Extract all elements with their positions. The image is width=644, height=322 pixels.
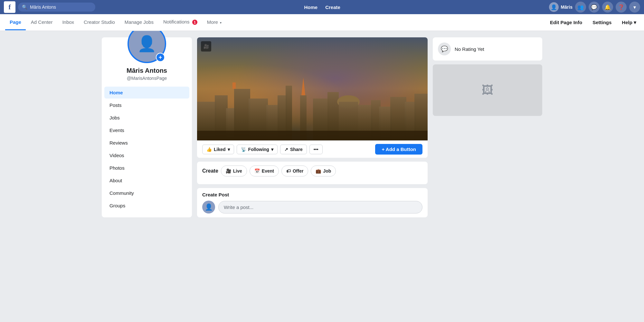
page-nav-tabs: Page Ad Center Inbox Creator Studio Mana… xyxy=(5,14,547,30)
right-sidebar: 💬 No Rating Yet 🖼 xyxy=(433,37,542,221)
avatar: 👤 xyxy=(549,2,559,12)
sidebar-item-reviews[interactable]: Reviews xyxy=(104,137,189,149)
create-label: Create xyxy=(202,168,218,174)
page-nav-actions: Edit Page Info Settings Help ▾ xyxy=(547,18,639,27)
tab-creator-studio[interactable]: Creator Studio xyxy=(79,15,119,30)
left-sidebar: 👤 + Māris Antons @MarisAntonsPage Home P… xyxy=(102,37,192,221)
rating-icon: 💬 xyxy=(438,43,451,55)
rating-label: No Rating Yet xyxy=(455,46,484,52)
sidebar-item-videos[interactable]: Videos xyxy=(104,149,189,161)
sidebar-item-community[interactable]: Community xyxy=(104,187,189,199)
action-bar: 👍 Liked ▾ 📡 Following ▾ ↗ Share ••• xyxy=(197,140,428,158)
help-icon: ❓ xyxy=(618,4,624,10)
speech-bubble-icon: 💬 xyxy=(441,45,448,52)
create-post-row: 👤 Write a post... xyxy=(202,201,422,213)
following-dropdown-icon: ▾ xyxy=(271,147,273,152)
tab-more[interactable]: More ▾ xyxy=(203,15,226,30)
nav-user-name: Māris xyxy=(561,5,573,10)
sidebar-item-jobs[interactable]: Jobs xyxy=(104,112,189,124)
top-navigation: f 🔍 Home Create 👤 Māris 👥 💬 🔔 ❓ ▾ xyxy=(0,0,644,14)
create-section: Create 🎥 Live 📅 Event 🏷 Offer 💼 Job xyxy=(197,162,428,184)
rating-card: 💬 No Rating Yet xyxy=(433,37,542,61)
share-button[interactable]: ↗ Share xyxy=(280,145,307,154)
liked-button[interactable]: 👍 Liked ▾ xyxy=(202,145,234,154)
svg-rect-4 xyxy=(232,82,236,89)
svg-rect-28 xyxy=(197,131,428,140)
edit-page-info-action[interactable]: Edit Page Info xyxy=(547,18,585,27)
sidebar-item-about[interactable]: About xyxy=(104,175,189,186)
create-post-header: Create Post xyxy=(202,192,422,197)
main-content: 🎥 xyxy=(197,37,428,221)
dropdown-icon-btn[interactable]: ▾ xyxy=(629,2,640,13)
page-navigation: Page Ad Center Inbox Creator Studio Mana… xyxy=(0,14,644,31)
event-button[interactable]: 📅 Event xyxy=(250,166,279,176)
photo-placeholder-card: 🖼 xyxy=(433,64,542,116)
sidebar-item-posts[interactable]: Posts xyxy=(104,99,189,111)
skyline-illustration xyxy=(197,76,428,140)
more-actions-button[interactable]: ••• xyxy=(309,145,323,154)
following-icon: 📡 xyxy=(241,147,246,152)
nav-user[interactable]: 👤 Māris xyxy=(549,2,573,12)
search-icon: 🔍 xyxy=(22,5,27,10)
profile-handle: @MarisAntonsPage xyxy=(127,76,167,81)
post-avatar: 👤 xyxy=(202,201,215,213)
job-icon: 💼 xyxy=(316,168,321,174)
live-icon: 🎥 xyxy=(226,168,231,174)
write-post-input[interactable]: Write a post... xyxy=(218,201,422,213)
settings-action[interactable]: Settings xyxy=(590,18,614,27)
profile-section: 👤 + Māris Antons @MarisAntonsPage Home P… xyxy=(102,37,192,217)
offer-icon: 🏷 xyxy=(286,168,291,174)
action-bar-left: 👍 Liked ▾ 📡 Following ▾ ↗ Share ••• xyxy=(202,145,323,154)
create-row: Create 🎥 Live 📅 Event 🏷 Offer 💼 Job xyxy=(202,166,422,176)
notification-badge: 1 xyxy=(192,20,197,25)
following-button[interactable]: 📡 Following ▾ xyxy=(237,145,278,154)
tab-ad-center[interactable]: Ad Center xyxy=(26,15,57,30)
messenger-icon: 💬 xyxy=(591,4,597,10)
sidebar-item-home[interactable]: Home xyxy=(104,87,189,99)
help-icon-btn[interactable]: ❓ xyxy=(616,2,627,13)
bell-icon: 🔔 xyxy=(604,4,611,10)
cover-video-icon[interactable]: 🎥 xyxy=(201,41,211,52)
nav-create-link[interactable]: Create xyxy=(322,3,344,12)
people-icon: 👥 xyxy=(577,4,584,10)
messenger-icon-btn[interactable]: 💬 xyxy=(589,2,600,13)
bell-icon-btn[interactable]: 🔔 xyxy=(602,2,613,13)
search-bar[interactable]: 🔍 xyxy=(18,3,95,12)
ellipsis-icon: ••• xyxy=(314,147,318,152)
cover-photo: 🎥 xyxy=(197,37,428,140)
people-icon-btn[interactable]: 👥 xyxy=(575,2,586,13)
tab-manage-jobs[interactable]: Manage Jobs xyxy=(120,15,158,30)
help-action[interactable]: Help ▾ xyxy=(619,18,639,27)
add-profile-photo-button[interactable]: + xyxy=(156,53,165,62)
liked-dropdown-icon: ▾ xyxy=(228,147,230,152)
event-icon: 📅 xyxy=(254,168,260,174)
facebook-logo: f xyxy=(4,1,15,13)
sidebar-item-events[interactable]: Events xyxy=(104,124,189,136)
sidebar-nav: Home Posts Jobs Events Reviews Videos Ph… xyxy=(102,86,192,212)
tab-notifications[interactable]: Notifications 1 xyxy=(159,14,202,30)
tab-inbox[interactable]: Inbox xyxy=(58,15,79,30)
photo-placeholder-icon: 🖼 xyxy=(482,83,493,97)
main-layout: 👤 + Māris Antons @MarisAntonsPage Home P… xyxy=(97,31,547,228)
tab-page[interactable]: Page xyxy=(5,15,26,30)
live-button[interactable]: 🎥 Live xyxy=(221,166,247,176)
search-input[interactable] xyxy=(30,5,88,10)
cover-photo-container: 🎥 xyxy=(197,37,428,158)
nav-home-link[interactable]: Home xyxy=(301,3,321,12)
sidebar-item-photos[interactable]: Photos xyxy=(104,162,189,174)
job-button[interactable]: 💼 Job xyxy=(311,166,336,176)
offer-button[interactable]: 🏷 Offer xyxy=(281,166,308,176)
share-icon: ↗ xyxy=(284,147,288,152)
sidebar-item-groups[interactable]: Groups xyxy=(104,200,189,212)
profile-name: Māris Antons xyxy=(127,67,167,74)
thumbs-up-icon: 👍 xyxy=(206,147,212,152)
add-a-button-button[interactable]: + Add a Button xyxy=(375,144,422,155)
create-post-section: Create Post 👤 Write a post... xyxy=(197,188,428,217)
video-camera-icon: 🎥 xyxy=(204,44,209,49)
svg-marker-9 xyxy=(301,78,305,95)
dropdown-icon: ▾ xyxy=(633,4,636,10)
